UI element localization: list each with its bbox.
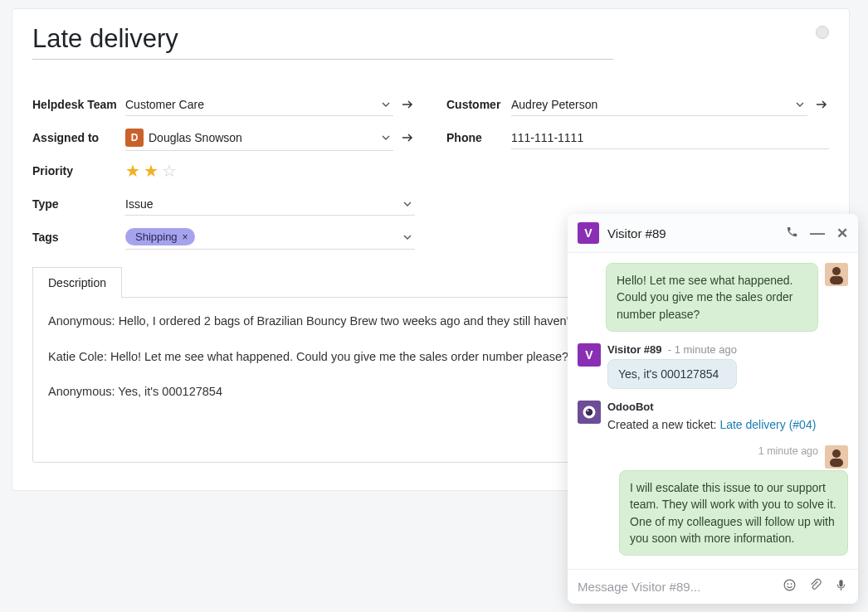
phone-icon[interactable] xyxy=(786,226,798,241)
select-type[interactable]: Issue xyxy=(125,192,415,216)
select-helpdesk-team[interactable]: Customer Care xyxy=(125,93,393,116)
chat-header: V Visitor #89 — ✕ xyxy=(568,214,858,253)
remove-tag-icon[interactable]: × xyxy=(183,231,188,243)
message-agent-group: 1 minute ago I will escalate this issue … xyxy=(578,445,848,556)
input-phone[interactable]: 111-111-1111 xyxy=(511,126,829,149)
svg-point-3 xyxy=(586,409,592,415)
open-customer-icon[interactable] xyxy=(814,98,829,111)
chat-message-input[interactable] xyxy=(578,580,773,594)
message-bubble: Yes, it's 000127854 xyxy=(607,359,737,389)
field-priority: Priority ★ ★ ☆ xyxy=(32,154,415,187)
message-time: 1 minute ago xyxy=(578,445,818,457)
visitor-avatar: V xyxy=(578,343,601,367)
message-meta: OdooBot xyxy=(607,401,816,413)
bot-text-prefix: Created a new ticket: xyxy=(607,418,719,431)
field-assigned-to: Assigned to D Douglas Snowson xyxy=(32,121,415,154)
value-type: Issue xyxy=(125,197,153,211)
svg-point-5 xyxy=(832,449,841,458)
message-bubble: Hello! Let me see what happened. Could y… xyxy=(606,263,818,332)
agent-avatar xyxy=(825,445,848,469)
value-customer: Audrey Peterson xyxy=(511,98,597,111)
microphone-icon[interactable] xyxy=(834,578,848,595)
ticket-link[interactable]: Late delivery (#04) xyxy=(719,418,816,431)
field-tags: Tags Shipping × xyxy=(32,221,415,254)
svg-point-4 xyxy=(587,410,588,412)
value-assigned-to: Douglas Snowson xyxy=(149,131,242,144)
message-time: 1 minute ago xyxy=(675,343,737,356)
close-icon[interactable]: ✕ xyxy=(836,225,848,242)
message-meta: Visitor #89 - 1 minute ago xyxy=(607,343,737,356)
svg-rect-1 xyxy=(830,276,843,284)
message-agent: I will escalate this issue to our suppor… xyxy=(578,470,848,556)
chevron-down-icon xyxy=(796,100,804,109)
svg-rect-10 xyxy=(839,580,842,587)
field-phone: Phone 111-111-1111 xyxy=(446,121,829,154)
sender-name: OdooBot xyxy=(607,401,654,413)
message-bot: OdooBot Created a new ticket: Late deliv… xyxy=(578,401,848,434)
bot-message-text: Created a new ticket: Late delivery (#04… xyxy=(607,416,816,434)
open-assigned-to-icon[interactable] xyxy=(400,131,415,144)
value-helpdesk-team: Customer Care xyxy=(125,98,204,111)
label-priority: Priority xyxy=(32,164,125,177)
title-row xyxy=(32,24,829,60)
field-type: Type Issue xyxy=(32,187,415,221)
tag-label: Shipping xyxy=(135,231,178,243)
label-phone: Phone xyxy=(446,131,511,144)
svg-point-8 xyxy=(788,583,789,585)
chat-input-row xyxy=(568,569,858,604)
chat-input-actions xyxy=(783,578,848,595)
sender-name: Visitor #89 xyxy=(607,343,662,356)
svg-point-7 xyxy=(784,580,795,590)
chevron-down-icon xyxy=(382,100,390,109)
label-customer: Customer xyxy=(446,98,511,111)
svg-point-0 xyxy=(832,267,841,275)
chat-header-avatar: V xyxy=(578,222,599,244)
svg-point-9 xyxy=(791,583,792,585)
svg-rect-6 xyxy=(830,459,843,467)
label-helpdesk-team: Helpdesk Team xyxy=(32,98,125,111)
minimize-icon[interactable]: — xyxy=(810,230,825,237)
label-tags: Tags xyxy=(32,231,125,244)
field-helpdesk-team: Helpdesk Team Customer Care xyxy=(32,88,415,121)
select-customer[interactable]: Audrey Peterson xyxy=(511,93,807,116)
label-type: Type xyxy=(32,197,125,211)
chevron-down-icon xyxy=(403,200,412,208)
tag-shipping[interactable]: Shipping × xyxy=(125,228,195,245)
ticket-title-input[interactable] xyxy=(32,24,613,60)
bot-avatar xyxy=(578,401,601,424)
chat-panel: V Visitor #89 — ✕ Hello! Let me see what… xyxy=(568,214,858,604)
field-customer: Customer Audrey Peterson xyxy=(446,88,829,121)
tab-description[interactable]: Description xyxy=(32,267,122,298)
star-icon[interactable]: ★ xyxy=(125,161,140,181)
assignee-avatar: D xyxy=(125,129,144,147)
message-visitor: V Visitor #89 - 1 minute ago Yes, it's 0… xyxy=(578,343,848,389)
select-assigned-to[interactable]: D Douglas Snowson xyxy=(125,125,393,151)
emoji-icon[interactable] xyxy=(783,578,797,595)
chat-title: Visitor #89 xyxy=(607,226,786,240)
message-agent: Hello! Let me see what happened. Could y… xyxy=(578,263,848,332)
status-indicator[interactable] xyxy=(816,26,829,39)
value-phone: 111-111-1111 xyxy=(511,131,583,144)
chat-body[interactable]: Hello! Let me see what happened. Could y… xyxy=(568,253,858,569)
star-icon[interactable]: ☆ xyxy=(162,161,177,181)
chevron-down-icon xyxy=(403,233,412,241)
attachment-icon[interactable] xyxy=(808,578,822,595)
form-col-left: Helpdesk Team Customer Care Assigned to … xyxy=(32,88,415,254)
agent-avatar xyxy=(825,263,848,286)
label-assigned-to: Assigned to xyxy=(32,131,125,144)
chat-header-actions: — ✕ xyxy=(786,225,848,242)
star-icon[interactable]: ★ xyxy=(144,161,158,181)
select-tags[interactable]: Shipping × xyxy=(125,225,415,250)
message-bubble: I will escalate this issue to our suppor… xyxy=(619,470,848,556)
chevron-down-icon xyxy=(382,134,390,142)
open-helpdesk-team-icon[interactable] xyxy=(400,98,415,111)
priority-stars[interactable]: ★ ★ ☆ xyxy=(125,158,415,184)
